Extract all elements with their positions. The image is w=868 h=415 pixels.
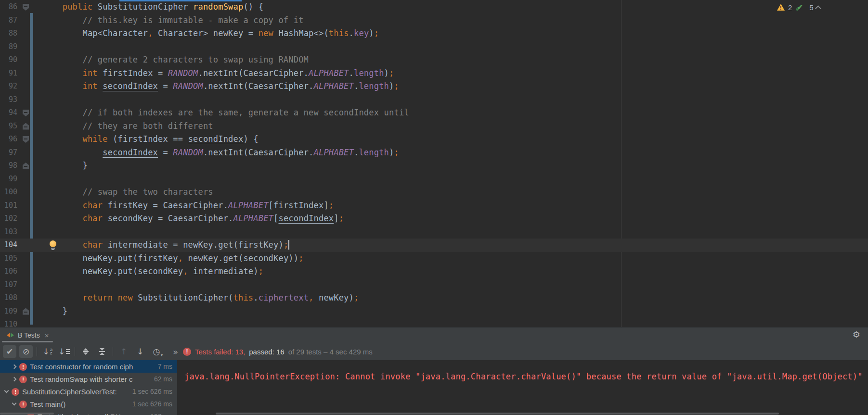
test-name-label: Test main() [30, 400, 130, 408]
line-number[interactable]: 89 [0, 40, 17, 54]
chevron-down-icon[interactable] [2, 390, 11, 392]
console-horizontal-scrollbar[interactable] [216, 413, 779, 415]
chevron-up-icon[interactable] [815, 5, 821, 12]
line-number[interactable]: 94 [0, 106, 17, 120]
code-line[interactable]: 99 [0, 173, 868, 186]
code-line[interactable]: 94 // if both indexes are the same, gene… [0, 106, 868, 120]
gutter-marker-area [17, 252, 42, 265]
code-line[interactable]: 90 // generate 2 characters to swap usin… [0, 53, 868, 67]
test-error-icon: ! [19, 400, 27, 408]
code-line[interactable]: 101 char firstKey = CaesarCipher.ALPHABE… [0, 199, 868, 213]
gutter-marker-area [17, 226, 42, 239]
weak-warning-count: 5 [809, 3, 813, 12]
code-line-text: // this.key is immutable - make a copy o… [42, 14, 304, 27]
code-line[interactable]: 92 int secondIndex = RANDOM.nextInt(Caes… [0, 80, 868, 93]
code-line[interactable]: 97 secondIndex = RANDOM.nextInt(CaesarCi… [0, 146, 868, 160]
line-number[interactable]: 98 [0, 159, 17, 173]
line-number[interactable]: 91 [0, 67, 17, 80]
expand-all-button[interactable] [79, 345, 92, 358]
test-tree-row[interactable]: !Test randomSwap with shorter c62 ms [0, 373, 177, 385]
fold-marker-icon[interactable] [23, 136, 29, 143]
test-tree-row[interactable]: !SubstitutionCipherSolverTest:1 sec 626 … [0, 385, 177, 398]
sort-alphabetically-button[interactable]: ↓a z [41, 345, 54, 358]
code-line[interactable]: 86 public SubstitutionCipher randomSwap(… [0, 0, 868, 14]
gutter-marker-area [17, 146, 42, 160]
line-number[interactable]: 86 [0, 0, 17, 14]
code-line[interactable]: 88 Map<Character, Character> newKey = ne… [0, 27, 868, 40]
line-number[interactable]: 101 [0, 199, 17, 213]
gutter-marker-area [17, 80, 42, 93]
fold-marker-icon[interactable] [23, 123, 29, 130]
test-history-button[interactable]: ◷▾ [150, 345, 163, 358]
line-number[interactable]: 102 [0, 212, 17, 226]
fold-marker-icon[interactable] [23, 163, 29, 169]
test-tree-row[interactable]: !Test main()1 sec 626 ms [0, 398, 177, 410]
chevron-down-icon[interactable] [10, 403, 18, 405]
gutter-marker-area [17, 120, 42, 133]
code-line[interactable]: 98 } [0, 159, 868, 173]
line-number[interactable]: 93 [0, 93, 17, 107]
code-line[interactable]: 107 [0, 278, 868, 292]
code-line-text: } [42, 305, 67, 318]
fold-marker-icon[interactable] [23, 308, 29, 315]
line-number[interactable]: 106 [0, 265, 17, 278]
line-number[interactable]: 90 [0, 53, 17, 67]
code-line[interactable]: 96 while (firstIndex == secondIndex) { [0, 133, 868, 146]
fold-marker-icon[interactable] [23, 4, 29, 11]
line-number[interactable]: 87 [0, 14, 17, 27]
sort-by-duration-button[interactable]: ↓ [57, 345, 71, 358]
code-line[interactable]: 106 newKey.put(secondKey, intermediate); [0, 265, 868, 278]
gear-icon[interactable]: ⚙ [853, 329, 860, 340]
line-number[interactable]: 95 [0, 120, 17, 133]
code-line[interactable]: 87 // this.key is immutable - make a cop… [0, 14, 868, 27]
code-line[interactable]: 91 int firstIndex = RANDOM.nextInt(Caesa… [0, 67, 868, 80]
code-line[interactable]: 103 [0, 226, 868, 239]
gutter-marker-area [17, 133, 42, 146]
fold-marker-icon[interactable] [23, 110, 29, 116]
test-results-tree[interactable]: !Test constructor for random ciph7 ms!Te… [0, 360, 177, 415]
code-editor[interactable]: 86 public SubstitutionCipher randomSwap(… [0, 0, 868, 327]
collapse-all-button[interactable] [95, 345, 109, 358]
close-icon[interactable]: × [45, 331, 49, 340]
line-number[interactable]: 99 [0, 173, 17, 186]
line-number[interactable]: 109 [0, 305, 17, 318]
next-failed-test-button[interactable]: ↓ [133, 345, 147, 358]
code-line[interactable]: 105 newKey.put(firstKey, newKey.get(seco… [0, 252, 868, 265]
show-passed-button[interactable]: ✔ [3, 345, 16, 358]
gutter-marker-area [17, 278, 42, 292]
code-line[interactable]: 89 [0, 40, 868, 54]
line-number[interactable]: 104 [0, 239, 17, 252]
code-line[interactable]: 100 // swap the two characters [0, 186, 868, 199]
line-number[interactable]: 103 [0, 226, 17, 239]
code-line[interactable]: 102 char secondKey = CaesarCipher.ALPHAB… [0, 212, 868, 226]
line-number[interactable]: 96 [0, 133, 17, 146]
gutter-marker-area [17, 40, 42, 54]
line-number[interactable]: 107 [0, 278, 17, 292]
line-number[interactable]: 97 [0, 146, 17, 160]
test-tree-row[interactable]: !Test constructor for random ciph7 ms [0, 360, 177, 373]
tests-content: !Test constructor for random ciph7 ms!Te… [0, 360, 868, 415]
toolbar-overflow-icon[interactable]: » [173, 347, 178, 357]
gutter-marker-area [17, 173, 42, 186]
test-run-summary: ! Tests failed: 13, passed: 16 of 29 tes… [183, 348, 373, 356]
inspections-widget[interactable]: 2 5 [777, 3, 821, 12]
intention-bulb-icon[interactable] [50, 240, 57, 250]
code-line[interactable]: 108 return new SubstitutionCipher(this.c… [0, 291, 868, 305]
line-number[interactable]: 108 [0, 291, 17, 305]
code-line[interactable]: 95 // they are both different [0, 120, 868, 133]
gutter-marker-area [17, 159, 42, 173]
code-line[interactable]: 110 [0, 318, 868, 327]
chevron-right-icon[interactable] [10, 365, 18, 368]
line-number[interactable]: 110 [0, 318, 17, 327]
show-ignored-button[interactable]: ⊘ [19, 345, 33, 358]
tree-horizontal-scrollbar[interactable] [0, 413, 54, 415]
code-line[interactable]: 109 } [0, 305, 868, 318]
code-line[interactable]: 93 [0, 93, 868, 107]
code-line[interactable]: 104 char intermediate = newKey.get(first… [0, 239, 868, 252]
line-number[interactable]: 92 [0, 80, 17, 93]
line-number[interactable]: 88 [0, 27, 17, 40]
line-number[interactable]: 100 [0, 186, 17, 199]
code-line-text: Map<Character, Character> newKey = new H… [42, 27, 379, 40]
chevron-right-icon[interactable] [10, 377, 18, 381]
line-number[interactable]: 105 [0, 252, 17, 265]
